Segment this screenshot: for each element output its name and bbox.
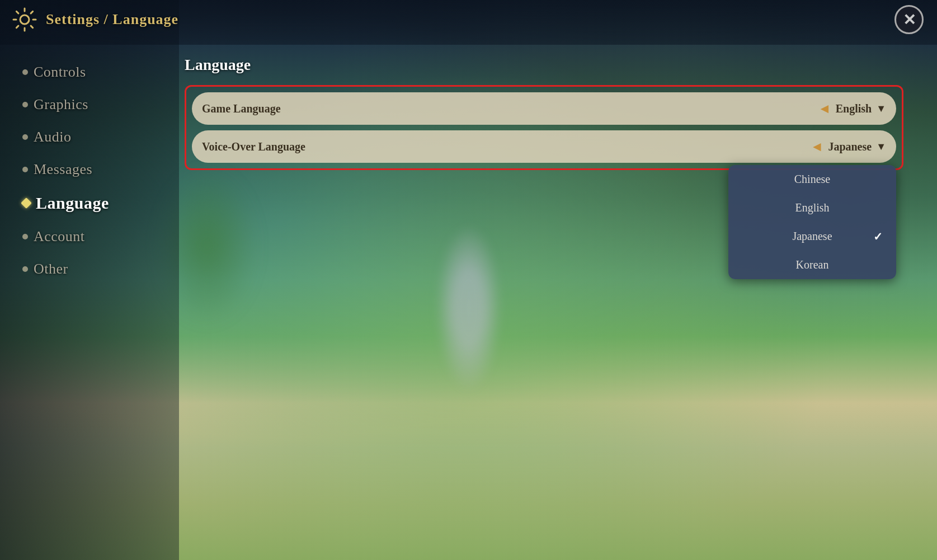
sidebar-item-controls[interactable]: Controls xyxy=(11,56,173,88)
character-figure xyxy=(435,224,502,392)
sidebar-dot-other xyxy=(22,266,28,272)
sidebar-item-audio[interactable]: Audio xyxy=(11,121,173,153)
game-language-label: Game Language xyxy=(202,102,818,115)
voice-over-left-arrow[interactable]: ◄ xyxy=(811,139,824,154)
sidebar-dot-messages xyxy=(22,167,28,172)
dropdown-option-korean-label: Korean xyxy=(796,258,829,271)
dropdown-option-english-label: English xyxy=(795,201,829,214)
svg-point-0 xyxy=(20,15,29,24)
voice-over-language-label: Voice-Over Language xyxy=(202,140,811,153)
voice-over-dropdown-arrow[interactable]: ▼ xyxy=(876,141,886,153)
dropdown-option-chinese[interactable]: Chinese xyxy=(728,165,896,194)
close-icon: ✕ xyxy=(903,11,916,29)
dropdown-option-english[interactable]: English xyxy=(728,194,896,222)
sidebar-item-messages[interactable]: Messages xyxy=(11,153,173,186)
dropdown-option-japanese-label: Japanese xyxy=(792,230,832,243)
close-button[interactable]: ✕ xyxy=(894,5,924,34)
dropdown-option-chinese-label: Chinese xyxy=(794,173,830,186)
header-title: Settings / Language xyxy=(46,11,178,28)
voice-over-language-value: Japanese xyxy=(828,140,872,153)
settings-icon xyxy=(11,6,38,33)
sidebar-dot-audio xyxy=(22,134,28,140)
sidebar-label-audio: Audio xyxy=(34,129,72,145)
game-language-dropdown-arrow[interactable]: ▼ xyxy=(876,103,886,115)
section-title: Language xyxy=(185,56,903,74)
header: Settings / Language ✕ xyxy=(0,0,937,39)
sidebar-label-other: Other xyxy=(34,261,68,277)
sidebar-dot-graphics xyxy=(22,102,28,107)
sidebar-label-controls: Controls xyxy=(34,64,86,81)
game-language-row[interactable]: Game Language ◄ English ▼ xyxy=(192,92,896,125)
selected-checkmark: ✓ xyxy=(873,230,883,243)
sidebar-item-account[interactable]: Account xyxy=(11,220,173,253)
sidebar-dot-controls xyxy=(22,69,28,75)
dropdown-option-korean[interactable]: Korean xyxy=(728,251,896,279)
main-content: Language Game Language ◄ English ▼ Voice… xyxy=(173,39,915,187)
sidebar-item-language[interactable]: Language xyxy=(11,186,173,220)
sidebar-label-graphics: Graphics xyxy=(34,96,88,113)
sidebar: Controls Graphics Audio Messages Languag… xyxy=(0,39,173,302)
sidebar-item-other[interactable]: Other xyxy=(11,253,173,285)
sidebar-dot-account xyxy=(22,234,28,239)
game-language-left-arrow[interactable]: ◄ xyxy=(818,101,831,116)
game-language-value: English xyxy=(836,102,872,115)
language-panel: Game Language ◄ English ▼ Voice-Over Lan… xyxy=(185,85,903,170)
sidebar-item-graphics[interactable]: Graphics xyxy=(11,88,173,121)
voice-over-dropdown-menu: Chinese English Japanese ✓ Korean xyxy=(728,165,896,279)
sidebar-dot-language xyxy=(21,197,32,209)
sidebar-label-messages: Messages xyxy=(34,161,92,178)
voice-over-language-row[interactable]: Voice-Over Language ◄ Japanese ▼ Chinese… xyxy=(192,130,896,163)
dropdown-option-japanese[interactable]: Japanese ✓ xyxy=(728,222,896,251)
sidebar-label-account: Account xyxy=(34,228,85,245)
sidebar-label-language: Language xyxy=(36,194,109,213)
